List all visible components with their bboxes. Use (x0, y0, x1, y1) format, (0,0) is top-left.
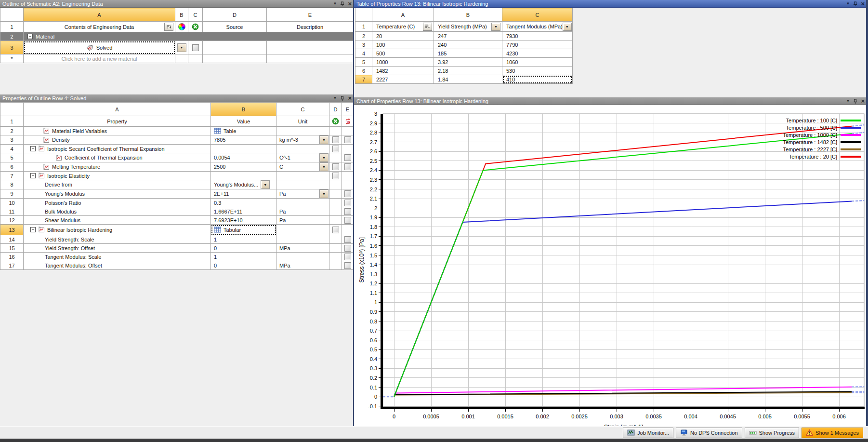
table-corner-cell[interactable] (355, 8, 372, 22)
outline-header-source[interactable]: Source (203, 22, 267, 32)
properties-corner-cell[interactable] (0, 103, 24, 116)
pin-icon[interactable] (340, 96, 344, 101)
properties-rownum-14[interactable]: 14 (0, 235, 24, 244)
table-col-A[interactable]: A (372, 8, 434, 22)
parameterize-checkbox[interactable] (344, 136, 351, 143)
unit-cell-10[interactable] (276, 199, 329, 207)
temperature-cell-3[interactable]: 100 (372, 40, 434, 49)
outline-header-color[interactable] (175, 22, 188, 32)
suppress-cell-17[interactable] (329, 261, 342, 270)
property-cell-15[interactable]: Yield Strength: Offset (24, 244, 211, 253)
unit-cell-5[interactable]: C^-1▼ (276, 153, 329, 162)
unit-cell-11[interactable]: Pa (276, 207, 329, 216)
yield-strength-cell-2[interactable]: 247 (434, 32, 502, 40)
value-cell-6[interactable]: 2500 (211, 162, 276, 172)
parameterize-cell-6[interactable] (342, 162, 354, 172)
close-icon[interactable]: × (348, 95, 352, 102)
dps-connection-button[interactable]: No DPS Connection (676, 428, 742, 438)
outline-corner-cell[interactable] (0, 8, 24, 22)
parameterize-cell-15[interactable] (342, 244, 354, 253)
outline-material-description-cell[interactable] (267, 41, 354, 54)
outline-material-check-cell[interactable] (188, 41, 203, 54)
unit-cell-6[interactable]: C▼ (276, 162, 329, 172)
chevron-down-icon[interactable]: ▼ (491, 23, 500, 31)
value-cell-4[interactable] (211, 145, 276, 153)
parameterize-cell-12[interactable] (342, 216, 354, 225)
collapse-property-icon[interactable]: − (30, 173, 36, 178)
unit-cell-16[interactable] (276, 253, 329, 261)
table-rownum-5[interactable]: 5 (355, 58, 372, 67)
close-icon[interactable]: × (348, 0, 352, 7)
properties-col-C[interactable]: C (276, 103, 329, 116)
suppress-checkbox[interactable] (332, 227, 339, 233)
temperature-cell-2[interactable]: 20 (372, 32, 434, 40)
suppress-cell-9[interactable] (329, 189, 342, 199)
empty-cell[interactable] (267, 54, 354, 63)
unit-cell-13[interactable] (276, 225, 329, 235)
parameterize-cell-10[interactable] (342, 199, 354, 207)
property-cell-8[interactable]: Derive from (24, 180, 211, 189)
unit-cell-14[interactable] (276, 235, 329, 244)
empty-cell[interactable] (203, 54, 267, 63)
close-icon[interactable]: × (861, 0, 865, 7)
properties-col-E[interactable]: E (342, 103, 354, 116)
suppress-cell-6[interactable] (329, 162, 342, 172)
sort-button[interactable] (423, 23, 432, 31)
tangent-modulus-cell-3[interactable]: 7790 (502, 40, 573, 49)
parameterize-checkbox[interactable] (344, 154, 351, 161)
suppress-cell-8[interactable] (329, 180, 342, 189)
value-cell-16[interactable]: 1 (211, 253, 276, 261)
outline-rownum-3[interactable]: 3 (0, 41, 24, 54)
value-cell-5[interactable]: 0.0054 (211, 153, 276, 162)
properties-col-A[interactable]: A (24, 103, 211, 116)
properties-rownum-5[interactable]: 5 (0, 153, 24, 162)
properties-rownum-10[interactable]: 10 (0, 199, 24, 207)
panel-menu-icon[interactable]: ▼ (846, 0, 850, 8)
chevron-down-icon[interactable]: ▼ (319, 135, 329, 144)
properties-rownum-13[interactable]: 13 (0, 225, 24, 235)
suppress-checkbox[interactable] (332, 136, 339, 143)
chevron-down-icon[interactable]: ▼ (563, 23, 572, 31)
outline-material-cell[interactable]: Solved (24, 41, 175, 54)
value-cell-3[interactable]: 7805 (211, 135, 276, 145)
chevron-down-icon[interactable]: ▼ (319, 153, 329, 162)
property-cell-4[interactable]: −Isotropic Secant Coefficient of Thermal… (24, 145, 211, 153)
unit-cell-15[interactable]: MPa (276, 244, 329, 253)
suppress-cell-4[interactable] (329, 145, 342, 153)
property-cell-6[interactable]: Melting Temperature (24, 162, 211, 172)
parameterize-header[interactable]: p (342, 116, 354, 127)
value-header[interactable]: Value (211, 116, 276, 127)
collapse-property-icon[interactable]: − (30, 227, 36, 232)
parameterize-cell-17[interactable] (342, 261, 354, 270)
chevron-down-icon[interactable]: ▼ (261, 180, 270, 189)
collapse-group-icon[interactable]: − (27, 34, 33, 39)
suppress-cell-5[interactable] (329, 153, 342, 162)
table-col-B[interactable]: B (434, 8, 502, 22)
property-cell-13[interactable]: −Bilinear Isotropic Hardening (24, 225, 211, 235)
outline-header-description[interactable]: Description (267, 22, 354, 32)
parameterize-cell-2[interactable] (342, 127, 354, 135)
outline-col-C[interactable]: C (188, 8, 203, 22)
unit-cell-17[interactable]: MPa (276, 261, 329, 270)
tangent-modulus-cell-6[interactable]: 530 (502, 67, 573, 75)
parameterize-checkbox[interactable] (344, 190, 351, 197)
pin-icon[interactable] (853, 1, 857, 7)
material-checkbox[interactable] (192, 44, 199, 51)
tangent-modulus-cell-5[interactable]: 1060 (502, 58, 573, 67)
suppress-cell-10[interactable] (329, 199, 342, 207)
unit-header[interactable]: Unit (276, 116, 329, 127)
property-cell-3[interactable]: Density (24, 135, 211, 145)
value-cell-11[interactable]: 1.6667E+11 (211, 207, 276, 216)
suppress-cell-2[interactable] (329, 127, 342, 135)
properties-rownum-4[interactable]: 4 (0, 145, 24, 153)
value-cell-12[interactable]: 7.6923E+10 (211, 216, 276, 225)
property-cell-7[interactable]: −Isotropic Elasticity (24, 172, 211, 180)
value-cell-10[interactable]: 0.3 (211, 199, 276, 207)
temperature-column-header[interactable]: Temperature (C) (372, 22, 434, 32)
unit-cell-12[interactable]: Pa (276, 216, 329, 225)
outline-col-E[interactable]: E (267, 8, 354, 22)
tangent-modulus-cell-2[interactable]: 7930 (502, 32, 573, 40)
unit-cell-3[interactable]: kg m^-3▼ (276, 135, 329, 145)
parameterize-cell-9[interactable] (342, 189, 354, 199)
parameterize-cell-4[interactable] (342, 145, 354, 153)
